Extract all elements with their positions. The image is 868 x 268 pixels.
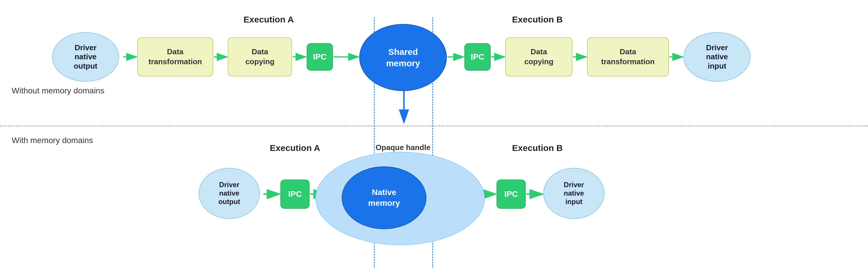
ipc-bottom-2: IPC — [496, 179, 526, 209]
ipc-bottom-1: IPC — [280, 179, 310, 209]
exec-b-label-bottom: Execution B — [496, 143, 578, 153]
driver-native-output-top: Driver native output — [52, 32, 119, 82]
section-divider — [0, 126, 868, 126]
opaque-handle-label: Opaque handle — [350, 143, 456, 152]
exec-a-label-bottom: Execution A — [254, 143, 336, 153]
driver-native-input-bottom: Driver native input — [543, 168, 604, 219]
ipc-top-1: IPC — [307, 43, 333, 71]
data-copying-top-1: Data copying — [228, 37, 292, 76]
data-copying-top-2: Data copying — [505, 37, 572, 76]
ipc-top-2: IPC — [464, 43, 491, 71]
shared-memory: Shared memory — [359, 24, 447, 91]
section-label-without: Without memory domains — [12, 86, 104, 96]
driver-native-output-bottom: Driver native output — [198, 168, 260, 219]
section-label-with: With memory domains — [12, 136, 93, 145]
data-transformation-top-2: Data transformation — [587, 37, 669, 76]
exec-b-label-top: Execution B — [496, 14, 578, 25]
diagram-container: Without memory domains With memory domai… — [0, 0, 868, 268]
driver-native-input-top: Driver native input — [683, 32, 751, 82]
native-memory: Native memory — [342, 166, 426, 229]
exec-a-label-top: Execution A — [228, 14, 310, 25]
data-transformation-top-1: Data transformation — [137, 37, 213, 76]
